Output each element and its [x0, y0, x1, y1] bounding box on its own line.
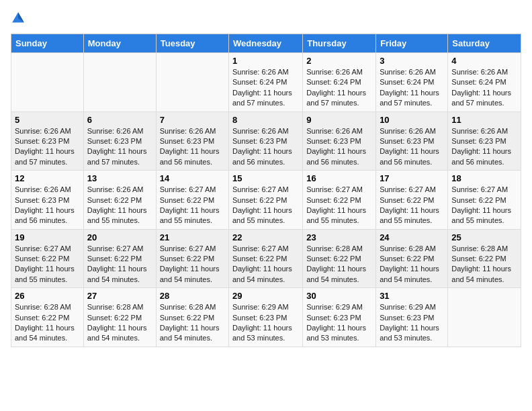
calendar-cell: 29Sunrise: 6:29 AM Sunset: 6:23 PM Dayli…: [229, 288, 303, 347]
day-number: 12: [15, 173, 80, 183]
calendar-cell: 19Sunrise: 6:27 AM Sunset: 6:22 PM Dayli…: [11, 229, 84, 288]
day-number: 10: [380, 115, 444, 125]
weekday-header-thursday: Thursday: [303, 34, 376, 53]
calendar-cell: 8Sunrise: 6:26 AM Sunset: 6:23 PM Daylig…: [229, 111, 303, 171]
calendar-cell: 27Sunrise: 6:28 AM Sunset: 6:22 PM Dayli…: [83, 288, 156, 347]
weekday-header-wednesday: Wednesday: [229, 34, 303, 53]
day-number: 23: [306, 232, 372, 242]
day-number: 19: [15, 232, 80, 242]
calendar-week-row: 12Sunrise: 6:26 AM Sunset: 6:23 PM Dayli…: [11, 171, 521, 230]
weekday-header-friday: Friday: [376, 34, 448, 53]
day-info: Sunrise: 6:27 AM Sunset: 6:22 PM Dayligh…: [306, 185, 372, 226]
calendar-cell: 10Sunrise: 6:26 AM Sunset: 6:23 PM Dayli…: [376, 111, 448, 171]
day-info: Sunrise: 6:26 AM Sunset: 6:24 PM Dayligh…: [380, 67, 444, 109]
day-number: 5: [15, 115, 80, 125]
day-number: 14: [160, 173, 225, 183]
calendar-cell: 30Sunrise: 6:29 AM Sunset: 6:23 PM Dayli…: [303, 288, 376, 347]
day-number: 9: [306, 115, 372, 125]
day-info: Sunrise: 6:27 AM Sunset: 6:22 PM Dayligh…: [451, 185, 517, 226]
day-number: 24: [380, 232, 444, 242]
calendar-cell: 4Sunrise: 6:26 AM Sunset: 6:24 PM Daylig…: [448, 53, 521, 112]
day-info: Sunrise: 6:28 AM Sunset: 6:22 PM Dayligh…: [380, 244, 444, 285]
day-number: 2: [306, 56, 372, 66]
day-info: Sunrise: 6:26 AM Sunset: 6:23 PM Dayligh…: [306, 126, 372, 168]
calendar-cell: 15Sunrise: 6:27 AM Sunset: 6:22 PM Dayli…: [229, 171, 303, 230]
calendar-cell: [448, 288, 521, 347]
day-number: 17: [380, 173, 444, 183]
day-number: 6: [87, 115, 152, 125]
calendar-week-row: 1Sunrise: 6:26 AM Sunset: 6:24 PM Daylig…: [11, 53, 521, 112]
day-number: 16: [306, 173, 372, 183]
day-info: Sunrise: 6:26 AM Sunset: 6:23 PM Dayligh…: [87, 126, 152, 168]
calendar-cell: 21Sunrise: 6:27 AM Sunset: 6:22 PM Dayli…: [156, 229, 228, 288]
day-info: Sunrise: 6:27 AM Sunset: 6:22 PM Dayligh…: [15, 244, 80, 285]
weekday-header-monday: Monday: [83, 34, 156, 53]
calendar-cell: 28Sunrise: 6:28 AM Sunset: 6:22 PM Dayli…: [156, 288, 228, 347]
day-number: 1: [232, 56, 299, 66]
calendar-cell: 24Sunrise: 6:28 AM Sunset: 6:22 PM Dayli…: [376, 229, 448, 288]
day-number: 18: [451, 173, 517, 183]
day-number: 15: [232, 173, 299, 183]
weekday-header-row: SundayMondayTuesdayWednesdayThursdayFrid…: [11, 34, 521, 53]
day-info: Sunrise: 6:26 AM Sunset: 6:23 PM Dayligh…: [232, 126, 299, 168]
day-number: 28: [160, 291, 225, 301]
day-info: Sunrise: 6:29 AM Sunset: 6:23 PM Dayligh…: [306, 302, 372, 344]
calendar-cell: 18Sunrise: 6:27 AM Sunset: 6:22 PM Dayli…: [448, 171, 521, 230]
day-number: 31: [380, 291, 444, 301]
weekday-header-saturday: Saturday: [448, 34, 521, 53]
day-info: Sunrise: 6:27 AM Sunset: 6:22 PM Dayligh…: [232, 244, 299, 285]
calendar-cell: 5Sunrise: 6:26 AM Sunset: 6:23 PM Daylig…: [11, 111, 84, 171]
day-number: 8: [232, 115, 299, 125]
calendar-week-row: 19Sunrise: 6:27 AM Sunset: 6:22 PM Dayli…: [11, 229, 521, 288]
calendar-cell: 7Sunrise: 6:26 AM Sunset: 6:23 PM Daylig…: [156, 111, 228, 171]
logo-icon: [11, 11, 26, 26]
calendar-cell: 3Sunrise: 6:26 AM Sunset: 6:24 PM Daylig…: [376, 53, 448, 112]
calendar-cell: 9Sunrise: 6:26 AM Sunset: 6:23 PM Daylig…: [303, 111, 376, 171]
day-number: 11: [451, 115, 517, 125]
calendar-cell: 22Sunrise: 6:27 AM Sunset: 6:22 PM Dayli…: [229, 229, 303, 288]
day-info: Sunrise: 6:26 AM Sunset: 6:24 PM Dayligh…: [306, 67, 372, 109]
day-info: Sunrise: 6:26 AM Sunset: 6:23 PM Dayligh…: [380, 126, 444, 168]
day-info: Sunrise: 6:28 AM Sunset: 6:22 PM Dayligh…: [451, 244, 517, 285]
day-number: 27: [87, 291, 152, 301]
weekday-header-sunday: Sunday: [11, 34, 84, 53]
day-number: 21: [160, 232, 225, 242]
day-number: 20: [87, 232, 152, 242]
day-info: Sunrise: 6:26 AM Sunset: 6:24 PM Dayligh…: [451, 67, 517, 109]
calendar-cell: 31Sunrise: 6:29 AM Sunset: 6:23 PM Dayli…: [376, 288, 448, 347]
day-info: Sunrise: 6:27 AM Sunset: 6:22 PM Dayligh…: [160, 244, 225, 285]
day-info: Sunrise: 6:26 AM Sunset: 6:22 PM Dayligh…: [87, 185, 152, 226]
day-info: Sunrise: 6:27 AM Sunset: 6:22 PM Dayligh…: [160, 185, 225, 226]
calendar-cell: 14Sunrise: 6:27 AM Sunset: 6:22 PM Dayli…: [156, 171, 228, 230]
calendar-table: SundayMondayTuesdayWednesdayThursdayFrid…: [11, 34, 521, 347]
day-info: Sunrise: 6:29 AM Sunset: 6:23 PM Dayligh…: [380, 302, 444, 344]
calendar-cell: 16Sunrise: 6:27 AM Sunset: 6:22 PM Dayli…: [303, 171, 376, 230]
day-info: Sunrise: 6:27 AM Sunset: 6:22 PM Dayligh…: [232, 185, 299, 226]
calendar-cell: 13Sunrise: 6:26 AM Sunset: 6:22 PM Dayli…: [83, 171, 156, 230]
calendar-cell: [83, 53, 156, 112]
day-info: Sunrise: 6:26 AM Sunset: 6:23 PM Dayligh…: [15, 126, 80, 168]
day-info: Sunrise: 6:28 AM Sunset: 6:22 PM Dayligh…: [15, 302, 80, 344]
calendar-cell: 17Sunrise: 6:27 AM Sunset: 6:22 PM Dayli…: [376, 171, 448, 230]
day-number: 13: [87, 173, 152, 183]
day-number: 7: [160, 115, 225, 125]
day-info: Sunrise: 6:29 AM Sunset: 6:23 PM Dayligh…: [232, 302, 299, 344]
calendar-week-row: 5Sunrise: 6:26 AM Sunset: 6:23 PM Daylig…: [11, 111, 521, 171]
calendar-week-row: 26Sunrise: 6:28 AM Sunset: 6:22 PM Dayli…: [11, 288, 521, 347]
day-number: 25: [451, 232, 517, 242]
calendar-cell: 25Sunrise: 6:28 AM Sunset: 6:22 PM Dayli…: [448, 229, 521, 288]
day-info: Sunrise: 6:28 AM Sunset: 6:22 PM Dayligh…: [306, 244, 372, 285]
day-number: 26: [15, 291, 80, 301]
calendar-cell: [156, 53, 228, 112]
day-info: Sunrise: 6:28 AM Sunset: 6:22 PM Dayligh…: [160, 302, 225, 344]
calendar-cell: 20Sunrise: 6:27 AM Sunset: 6:22 PM Dayli…: [83, 229, 156, 288]
day-info: Sunrise: 6:26 AM Sunset: 6:24 PM Dayligh…: [232, 67, 299, 109]
day-info: Sunrise: 6:27 AM Sunset: 6:22 PM Dayligh…: [87, 244, 152, 285]
calendar-cell: 1Sunrise: 6:26 AM Sunset: 6:24 PM Daylig…: [229, 53, 303, 112]
calendar-cell: 26Sunrise: 6:28 AM Sunset: 6:22 PM Dayli…: [11, 288, 84, 347]
calendar-cell: [11, 53, 84, 112]
calendar-cell: 2Sunrise: 6:26 AM Sunset: 6:24 PM Daylig…: [303, 53, 376, 112]
weekday-header-tuesday: Tuesday: [156, 34, 228, 53]
calendar-cell: 11Sunrise: 6:26 AM Sunset: 6:23 PM Dayli…: [448, 111, 521, 171]
day-info: Sunrise: 6:26 AM Sunset: 6:23 PM Dayligh…: [15, 185, 80, 226]
